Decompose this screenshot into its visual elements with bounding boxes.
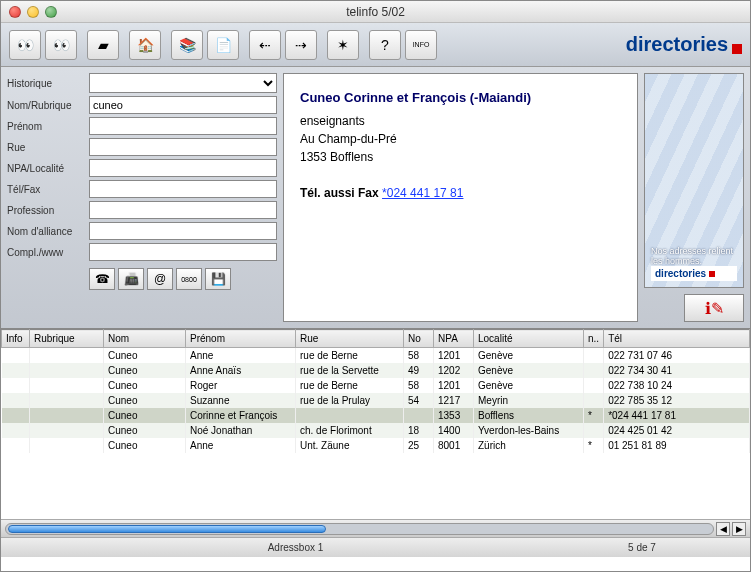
cell-rue: rue de Berne — [296, 378, 404, 393]
ad-tagline: Nos adresses relient les hommes. — [651, 246, 737, 266]
column-header[interactable]: Localité — [474, 330, 584, 348]
cell-n — [584, 378, 604, 393]
column-header[interactable]: No — [404, 330, 434, 348]
binoculars-red-icon[interactable]: 👀 — [45, 30, 77, 60]
column-header[interactable]: Rue — [296, 330, 404, 348]
at-icon[interactable]: @ — [147, 268, 173, 290]
cell-npa: 1400 — [434, 423, 474, 438]
status-count: 5 de 7 — [582, 542, 702, 553]
column-header[interactable]: n.. — [584, 330, 604, 348]
cell-n — [584, 363, 604, 378]
export-right-icon[interactable]: ⇢ — [285, 30, 317, 60]
fax-icon[interactable]: 📠 — [118, 268, 144, 290]
cell-loc: Meyrin — [474, 393, 584, 408]
table-row[interactable]: CuneoAnnerue de Berne581201Genève022 731… — [2, 348, 750, 364]
detail-phone-link[interactable]: *024 441 17 81 — [382, 186, 463, 200]
cell-info — [2, 408, 30, 423]
table-row[interactable]: CuneoRogerrue de Berne581201Genève022 73… — [2, 378, 750, 393]
historique-select[interactable] — [89, 73, 277, 93]
ad-brand: directories — [651, 266, 737, 281]
scroll-thumb[interactable] — [8, 525, 326, 533]
nom-input[interactable] — [89, 96, 277, 114]
label-compl: Compl./www — [7, 247, 85, 258]
label-historique: Historique — [7, 78, 85, 89]
search-panel: Historique Nom/Rubrique Prénom Rue NPA/L… — [1, 67, 750, 329]
cell-rub — [30, 438, 104, 453]
profession-input[interactable] — [89, 201, 277, 219]
cell-loc: Genève — [474, 348, 584, 364]
house-grid-icon[interactable]: 🏠 — [129, 30, 161, 60]
rue-input[interactable] — [89, 138, 277, 156]
cell-loc: Yverdon-les-Bains — [474, 423, 584, 438]
status-bar: Adressbox 1 5 de 7 — [1, 537, 750, 557]
table-row[interactable]: CuneoSuzannerue de la Prulay541217Meyrin… — [2, 393, 750, 408]
cell-nom: Cuneo — [104, 408, 186, 423]
search-form: Historique Nom/Rubrique Prénom Rue NPA/L… — [7, 73, 277, 322]
cell-tel: 022 738 10 24 — [604, 378, 750, 393]
table-row[interactable]: CuneoNoé Jonathanch. de Florimont181400Y… — [2, 423, 750, 438]
label-npa: NPA/Localité — [7, 163, 85, 174]
info-icon[interactable]: INFO — [405, 30, 437, 60]
column-header[interactable]: Rubrique — [30, 330, 104, 348]
cell-npa: 1201 — [434, 348, 474, 364]
tel-input[interactable] — [89, 180, 277, 198]
scroll-right-button[interactable]: ▶ — [732, 522, 746, 536]
cell-info — [2, 378, 30, 393]
column-header[interactable]: Prénom — [186, 330, 296, 348]
prenom-input[interactable] — [89, 117, 277, 135]
status-box: Adressbox 1 — [9, 542, 582, 553]
horizontal-scrollbar[interactable]: ◀ ▶ — [1, 519, 750, 537]
compl-input[interactable] — [89, 243, 277, 261]
brand-logo: directories — [626, 33, 742, 56]
info-help-button[interactable]: ℹ✎ — [684, 294, 744, 322]
table-row[interactable]: CuneoCorinne et François1353Bofflens**02… — [2, 408, 750, 423]
cell-no: 58 — [404, 348, 434, 364]
scroll-left-button[interactable]: ◀ — [716, 522, 730, 536]
cell-tel: 022 731 07 46 — [604, 348, 750, 364]
help-icon[interactable]: ? — [369, 30, 401, 60]
column-header[interactable]: Tél — [604, 330, 750, 348]
bug-icon[interactable]: ✶ — [327, 30, 359, 60]
npa-input[interactable] — [89, 159, 277, 177]
cell-tel: 01 251 81 89 — [604, 438, 750, 453]
cell-pre: Corinne et François — [186, 408, 296, 423]
cell-no: 18 — [404, 423, 434, 438]
phone-icon[interactable]: ☎ — [89, 268, 115, 290]
cell-npa: 1202 — [434, 363, 474, 378]
cell-n — [584, 348, 604, 364]
disk-icon[interactable]: 💾 — [205, 268, 231, 290]
stack-icon[interactable]: 📚 — [171, 30, 203, 60]
detail-street: Au Champ-du-Pré — [300, 130, 621, 148]
results-table-wrap: InfoRubriqueNomPrénomRueNoNPALocalitén..… — [1, 329, 750, 519]
cell-rue: rue de Berne — [296, 348, 404, 364]
cell-nom: Cuneo — [104, 423, 186, 438]
cell-info — [2, 423, 30, 438]
cell-rub — [30, 408, 104, 423]
table-row[interactable]: CuneoAnneUnt. Zäune258001Zürich*01 251 8… — [2, 438, 750, 453]
cell-tel: *024 441 17 81 — [604, 408, 750, 423]
cell-n: * — [584, 408, 604, 423]
eraser-icon[interactable]: ▰ — [87, 30, 119, 60]
column-header[interactable]: Info — [2, 330, 30, 348]
cell-pre: Anne — [186, 348, 296, 364]
binoculars-icon[interactable]: 👀 — [9, 30, 41, 60]
freecall-icon[interactable]: 0800 — [176, 268, 202, 290]
alliance-input[interactable] — [89, 222, 277, 240]
main-toolbar: 👀👀▰🏠📚📄⇠⇢✶?INFO directories — [1, 23, 750, 67]
cell-pre: Noé Jonathan — [186, 423, 296, 438]
label-profession: Profession — [7, 205, 85, 216]
detail-city: 1353 Bofflens — [300, 148, 621, 166]
cell-rue: rue de la Prulay — [296, 393, 404, 408]
detail-card: Cuneo Corinne et François (-Maiandi) ens… — [283, 73, 638, 322]
cell-npa: 1353 — [434, 408, 474, 423]
cell-pre: Anne — [186, 438, 296, 453]
column-header[interactable]: NPA — [434, 330, 474, 348]
cell-rue: ch. de Florimont — [296, 423, 404, 438]
cell-pre: Suzanne — [186, 393, 296, 408]
table-row[interactable]: CuneoAnne Anaïsrue de la Servette491202G… — [2, 363, 750, 378]
detail-profession: enseignants — [300, 112, 621, 130]
column-header[interactable]: Nom — [104, 330, 186, 348]
export-left-icon[interactable]: ⇠ — [249, 30, 281, 60]
copy-icon[interactable]: 📄 — [207, 30, 239, 60]
cell-info — [2, 348, 30, 364]
